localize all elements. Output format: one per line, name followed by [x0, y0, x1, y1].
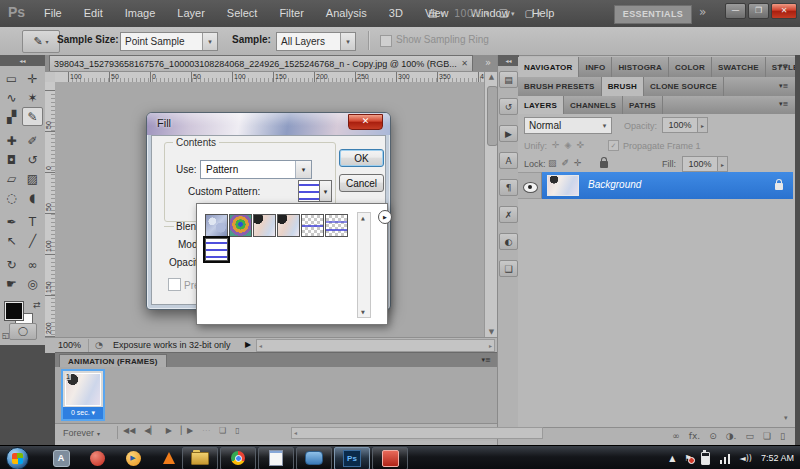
scroll-down-icon[interactable]: ▾ [784, 414, 788, 422]
fill-spinner[interactable]: ▸ [718, 156, 728, 172]
action-center-flag-icon[interactable]: ⚑ [684, 454, 691, 463]
menu-item[interactable]: File [33, 0, 73, 27]
history-panel-icon[interactable]: ↺ [499, 98, 518, 115]
layer-thumbnail[interactable] [547, 175, 579, 196]
clone-stamp-tool[interactable]: ◘ [1, 150, 22, 169]
panel-tab[interactable]: HISTOGRA [612, 57, 669, 77]
document-vertical-scrollbar[interactable]: ▲ ▼ [484, 72, 498, 337]
document-info-icon[interactable]: ◔ [95, 340, 103, 350]
close-tab-icon[interactable]: ✕ [461, 59, 468, 68]
character-panel-icon[interactable]: A [499, 152, 518, 169]
dock-collapse-icon[interactable]: ◂◂ [498, 55, 519, 66]
play-button[interactable]: ▶ [166, 426, 172, 435]
panel-tab[interactable]: CLONE SOURCE [644, 77, 724, 96]
preserve-transparency-checkbox[interactable] [168, 278, 181, 291]
menu-item[interactable]: Layer [166, 0, 216, 27]
panel-tab[interactable]: BRUSH PRESETS [518, 77, 602, 96]
zoom-tool[interactable]: ◎ [22, 274, 43, 293]
scroll-left-icon[interactable]: ◂ [259, 342, 262, 349]
workspace-switcher[interactable]: ESSENTIALS [614, 5, 692, 24]
quick-mask-button[interactable]: ◯ [9, 323, 37, 340]
first-frame-button[interactable]: ◀◀ [123, 426, 135, 435]
launch-bridge-icon[interactable]: ▤▾ [428, 8, 444, 19]
panel-tab[interactable]: LAYERS [518, 96, 564, 114]
zoom-percentage[interactable]: 100% [58, 340, 81, 350]
unify-style-icon[interactable]: ✜ [576, 140, 584, 150]
healing-brush-tool[interactable]: ✚ [1, 131, 22, 150]
opacity-spinner[interactable]: ▸ [698, 117, 708, 133]
use-dropdown[interactable]: Pattern ▾ [200, 160, 312, 179]
screen-mode-icon[interactable]: ▢▾ [525, 8, 541, 19]
menu-item[interactable]: Analysis [315, 0, 378, 27]
tween-button[interactable]: ⋯ [202, 426, 210, 435]
pattern-photo-2[interactable] [277, 214, 300, 237]
menu-item[interactable]: Edit [73, 0, 114, 27]
taskbar-notepad[interactable] [258, 447, 294, 469]
blur-tool[interactable]: ◌ [1, 188, 22, 207]
lock-all-icon[interactable] [600, 161, 608, 168]
ok-button[interactable]: OK [339, 149, 384, 167]
taskbar-game[interactable] [296, 447, 332, 469]
duplicate-frame-button[interactable]: ❏ [219, 426, 226, 435]
taskbar-explorer[interactable] [182, 447, 218, 469]
new-group-icon[interactable]: ▭ [745, 431, 754, 441]
tab-overflow-icon[interactable]: » [485, 57, 491, 68]
pinned-app-player[interactable]: ▶ [122, 449, 144, 467]
history-brush-tool[interactable]: ↺ [22, 150, 43, 169]
pattern-transparent-text-2[interactable] [325, 214, 348, 237]
path-selection-tool[interactable]: ↖ [1, 231, 22, 250]
brush-tool[interactable]: ✐ [22, 131, 43, 150]
pinned-app-vlc[interactable] [158, 449, 180, 467]
propagate-checkbox[interactable]: ✓ [608, 140, 619, 151]
unify-position-icon[interactable]: ✛ [552, 140, 560, 150]
blend-mode-dropdown[interactable]: Normal ▾ [524, 117, 612, 134]
taskbar-photoshop[interactable]: Ps [334, 447, 370, 469]
opacity-value[interactable]: 100% [662, 117, 698, 133]
minimize-button[interactable]: — [725, 3, 746, 19]
sampling-ring-checkbox[interactable] [380, 35, 392, 47]
restore-button[interactable]: ❐ [748, 3, 769, 19]
network-icon[interactable] [719, 453, 731, 464]
dodge-tool[interactable]: ◖ [22, 188, 43, 207]
panel-menu-icon[interactable]: ▾≡ [779, 62, 797, 70]
lasso-tool[interactable]: ∿ [1, 88, 22, 107]
next-frame-button[interactable]: ▏▶ [181, 426, 193, 435]
panel-tab[interactable]: PATHS [623, 96, 663, 114]
loop-count-dropdown[interactable]: Forever ▾ [60, 427, 118, 439]
menu-item[interactable]: Image [114, 0, 167, 27]
lock-pixels-icon[interactable]: ✐ [562, 158, 570, 168]
battery-icon[interactable] [701, 452, 710, 465]
workspace-overflow-icon[interactable]: » [699, 5, 706, 19]
scroll-down-icon[interactable]: ▼ [361, 309, 365, 315]
pattern-scrollbar[interactable]: ▲ ▼ [357, 212, 371, 318]
panel-tab[interactable]: SWATCHE [712, 57, 766, 77]
panel-menu-icon[interactable]: ▾≡ [482, 356, 491, 364]
swap-colors-icon[interactable]: ⇄ [33, 300, 41, 310]
eraser-tool[interactable]: ▱ [1, 169, 22, 188]
pinned-app-a[interactable]: A [50, 449, 72, 467]
panel-tab[interactable]: NAVIGATOR [518, 57, 579, 77]
panel-tab[interactable]: COLOR [669, 57, 712, 77]
unify-visibility-icon[interactable]: ◈ [565, 140, 572, 150]
actions-panel-icon[interactable]: ▶ [499, 125, 518, 142]
crop-tool[interactable]: ▞ [1, 107, 22, 126]
pattern-picker-arrow[interactable]: ▾ [320, 180, 332, 202]
start-button[interactable] [6, 447, 29, 469]
current-tool-button[interactable]: ✎ ▾ [22, 30, 60, 53]
link-layers-icon[interactable]: ∞ [672, 431, 680, 441]
eyedropper-tool[interactable]: ✎ [22, 107, 43, 126]
volume-icon[interactable]: ◄)) [740, 454, 752, 463]
orbit-tool[interactable]: ∞ [22, 255, 43, 274]
dialog-close-button[interactable]: ✕ [348, 114, 383, 130]
scroll-right-icon[interactable]: ▸ [489, 342, 492, 349]
panel-tab[interactable]: INFO [579, 57, 612, 77]
layer-visibility-cell[interactable] [518, 172, 542, 199]
frame-delay-control[interactable]: 0 sec. ▾ [63, 407, 103, 419]
close-button[interactable]: ✕ [771, 3, 797, 19]
cancel-button[interactable]: Cancel [339, 174, 384, 192]
status-flyout-icon[interactable]: ▶ [245, 340, 251, 349]
panel-tab[interactable]: BRUSH [602, 77, 644, 96]
pattern-transparent-text[interactable] [301, 214, 324, 237]
taskbar-chrome[interactable] [220, 447, 256, 469]
taskbar-clock[interactable]: 7:52 AM [761, 453, 794, 463]
